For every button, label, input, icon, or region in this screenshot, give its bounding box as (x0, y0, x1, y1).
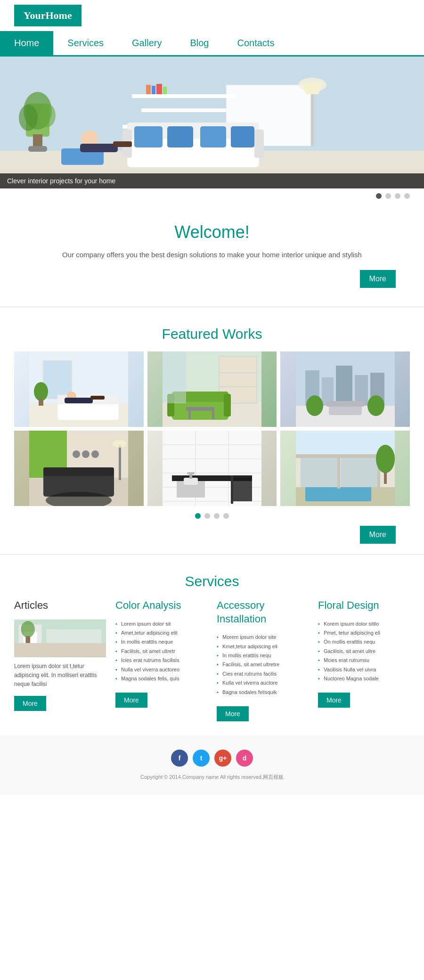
svg-point-37 (34, 382, 48, 401)
welcome-more-button[interactable]: More (360, 270, 396, 288)
divider-1 (0, 307, 424, 307)
gallery-dot-4[interactable] (223, 513, 229, 519)
svg-rect-76 (43, 467, 114, 476)
gallery-item-1[interactable] (14, 351, 144, 427)
svg-rect-25 (254, 130, 264, 158)
svg-rect-92 (184, 478, 198, 485)
service-color-analysis-title: Color Analysis (115, 599, 207, 612)
gallery-item-2[interactable] (147, 351, 277, 427)
svg-rect-105 (337, 457, 340, 489)
social-dribbble[interactable]: d (236, 750, 253, 767)
service-accessory-list: Morem ipsum dolor site Kmet,tetur adipis… (217, 633, 309, 697)
svg-rect-9 (156, 84, 162, 94)
svg-rect-8 (152, 86, 155, 94)
gallery-item-6[interactable] (280, 431, 410, 506)
svg-rect-54 (188, 411, 191, 419)
service-floral: Floral Design Korem ipsum dolor sitilo P… (318, 599, 410, 721)
service-color-analysis-more[interactable]: More (115, 693, 147, 708)
hero-dot-2[interactable] (385, 193, 391, 199)
social-icons: f t g+ d (14, 750, 410, 767)
svg-rect-94 (187, 472, 195, 474)
service-articles-title: Articles (14, 599, 106, 612)
svg-point-15 (19, 105, 38, 131)
gallery-item-3[interactable] (280, 351, 410, 427)
nav-contacts[interactable]: Contacts (223, 31, 288, 55)
hero-illustration (0, 57, 424, 188)
service-floral-more[interactable]: More (318, 693, 350, 708)
list-item: Kmet,tetur adipiscing eli (217, 642, 309, 651)
list-item: Amet,tetur adipiscing elit (115, 629, 207, 637)
featured-more-button[interactable]: More (360, 526, 396, 544)
service-articles-desc: Lorem ipsum dolor sit t,tetur adipiscing… (14, 662, 106, 689)
list-item: Gacilisis, sit amet ultre (318, 647, 410, 656)
gallery-grid (14, 351, 410, 506)
svg-rect-53 (186, 407, 214, 411)
featured-section: Featured Works (0, 312, 424, 549)
social-twitter[interactable]: t (193, 750, 210, 767)
hero-dot-3[interactable] (395, 193, 400, 199)
service-floral-title: Floral Design (318, 599, 410, 612)
svg-point-66 (367, 395, 384, 416)
svg-rect-42 (65, 398, 93, 403)
list-item: Morem ipsum dolor site (217, 633, 309, 642)
svg-point-107 (376, 445, 395, 473)
divider-2 (0, 554, 424, 555)
welcome-section: Welcome! Our company offers you the best… (0, 204, 424, 302)
service-articles-image (14, 620, 106, 657)
welcome-description: Our company offers you the best design s… (28, 249, 396, 261)
welcome-title: Welcome! (28, 222, 396, 242)
list-item: Nuctoreo Magna sodale (318, 674, 410, 683)
gallery-dot-2[interactable] (204, 513, 210, 519)
hero-caption: Clever interior projects for your home (0, 173, 424, 188)
gallery-dot-1[interactable] (195, 513, 201, 519)
hero-dot-1[interactable] (376, 193, 382, 199)
list-item: In mollis eratttis nequ (217, 651, 309, 660)
svg-rect-56 (163, 351, 186, 403)
svg-rect-110 (14, 643, 106, 656)
list-item: Nulla vel viverra auctoreo (115, 665, 207, 674)
svg-rect-104 (341, 458, 378, 487)
nav-home[interactable]: Home (0, 31, 53, 55)
hero-banner: Clever interior projects for your home (0, 57, 424, 188)
header: YourHome (0, 0, 424, 31)
nav-services[interactable]: Services (53, 31, 118, 55)
svg-rect-108 (384, 472, 387, 484)
svg-rect-7 (146, 85, 151, 94)
list-item: Mcies erat rutrumsu (318, 656, 410, 665)
list-item: Facilisis, sit amet ultretre (217, 660, 309, 669)
logo[interactable]: YourHome (14, 5, 82, 26)
gallery-item-5[interactable] (147, 431, 277, 506)
service-accessory-more[interactable]: More (217, 706, 249, 721)
gallery-item-4[interactable] (14, 431, 144, 506)
featured-more-container: More (14, 526, 410, 535)
svg-rect-68 (326, 401, 364, 407)
svg-rect-27 (80, 144, 118, 152)
svg-rect-21 (167, 126, 193, 147)
list-item: Pmet, tetur adipiscing eli (318, 629, 410, 637)
list-item: In mollis eratttis neque (115, 637, 207, 646)
social-googleplus[interactable]: g+ (214, 750, 231, 767)
svg-point-74 (113, 440, 127, 448)
svg-point-80 (91, 450, 99, 458)
svg-rect-103 (301, 458, 338, 487)
svg-rect-113 (46, 629, 101, 643)
svg-rect-23 (231, 126, 254, 147)
list-item: Bagna sodales felisquik (217, 688, 309, 697)
navigation: Home Services Gallery Blog Contacts (0, 31, 424, 57)
svg-rect-38 (39, 399, 43, 406)
svg-rect-5 (141, 108, 226, 112)
svg-rect-13 (28, 146, 47, 152)
hero-dot-4[interactable] (404, 193, 410, 199)
svg-rect-20 (134, 126, 163, 147)
services-grid: Articles Lorem ipsum dolor sit t,tetur a… (14, 599, 410, 721)
footer: f t g+ d Copyright © 2014.Company name A… (0, 735, 424, 795)
nav-gallery[interactable]: Gallery (118, 31, 176, 55)
nav-blog[interactable]: Blog (176, 31, 223, 55)
list-item: Facilisis, sit amet ultretr (115, 647, 207, 656)
svg-rect-4 (132, 94, 236, 98)
service-articles-more[interactable]: More (14, 696, 46, 711)
list-item: Kulla vel viverra auctore (217, 678, 309, 687)
gallery-dot-3[interactable] (214, 513, 220, 519)
list-item: Cies erat rutrums facilis (217, 670, 309, 678)
social-facebook[interactable]: f (171, 750, 188, 767)
